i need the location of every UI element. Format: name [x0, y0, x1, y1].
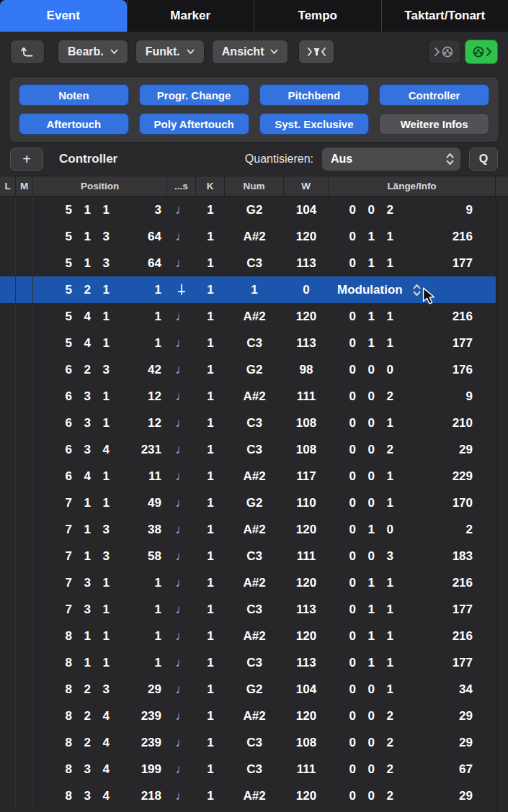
cell-value[interactable]: 104 [284, 682, 329, 697]
cell-length-info[interactable]: 0029 [329, 203, 496, 217]
header-status[interactable]: ...s [167, 176, 196, 196]
controller-name[interactable]: Modulation [337, 283, 403, 297]
table-row[interactable]: 71338♩1A#21200102 [0, 516, 496, 543]
header-l[interactable]: L [0, 176, 16, 196]
cell-m[interactable] [16, 436, 33, 463]
cell-value[interactable]: 98 [284, 363, 329, 377]
add-event-button[interactable]: + [10, 148, 43, 171]
cell-l[interactable] [0, 516, 16, 543]
cell-position[interactable]: 71338 [33, 523, 167, 537]
cell-l[interactable] [0, 649, 16, 676]
table-row[interactable]: 8111♩1C3113011177 [0, 649, 496, 676]
cell-m[interactable] [16, 490, 33, 516]
cell-channel[interactable]: 1 [196, 283, 225, 297]
cell-value[interactable]: 108 [284, 443, 329, 457]
cell-channel[interactable]: 1 [196, 789, 225, 803]
cell-position[interactable]: 64111 [33, 469, 167, 484]
cell-length-info[interactable]: 00267 [329, 762, 496, 777]
cell-position[interactable]: 5211 [33, 283, 167, 297]
filter-button-progr-change[interactable]: Progr. Change [139, 84, 249, 106]
cell-value[interactable]: 120 [284, 709, 329, 723]
header-num[interactable]: Num [225, 176, 284, 196]
cell-channel[interactable]: 1 [196, 549, 225, 564]
cell-length-info[interactable]: 011177 [329, 656, 496, 670]
cell-value[interactable]: 120 [284, 789, 329, 803]
cell-channel[interactable]: 1 [196, 310, 225, 324]
cell-value[interactable]: 110 [284, 496, 329, 510]
cell-position[interactable]: 5411 [33, 310, 167, 324]
cell-channel[interactable]: 1 [196, 469, 225, 484]
cell-m[interactable] [16, 463, 33, 490]
cell-m[interactable] [16, 782, 33, 809]
cell-length-info[interactable]: 011216 [329, 629, 496, 644]
table-row[interactable]: 71149♩1G2110001170 [0, 490, 496, 516]
cell-num[interactable]: A#2 [225, 310, 284, 324]
cell-l[interactable] [0, 276, 16, 303]
cell-channel[interactable]: 1 [196, 736, 225, 750]
cell-l[interactable] [0, 250, 16, 276]
tab-event[interactable]: Event [0, 0, 127, 32]
header-position[interactable]: Position [33, 176, 167, 196]
midi-in-button[interactable] [428, 40, 461, 64]
cell-num[interactable]: C3 [225, 443, 284, 457]
cell-num[interactable]: A#2 [225, 469, 284, 484]
functions-menu-button[interactable]: Funkt. [135, 40, 205, 64]
tab-marker[interactable]: Marker [127, 0, 254, 32]
cell-value[interactable]: 108 [284, 416, 329, 430]
cell-l[interactable] [0, 703, 16, 729]
view-menu-button[interactable]: Ansicht [212, 40, 289, 64]
cell-value[interactable]: 113 [284, 256, 329, 271]
table-row[interactable]: 5211110Modulation [0, 276, 496, 303]
table-row[interactable]: 7311♩1C3113011177 [0, 596, 496, 623]
cell-length-info[interactable]: 0029 [329, 389, 496, 404]
table-row[interactable]: 7311♩1A#2120011216 [0, 569, 496, 596]
cell-value[interactable]: 111 [284, 389, 329, 404]
table-row[interactable]: 82329♩1G210400134 [0, 676, 496, 703]
cell-l[interactable] [0, 756, 16, 782]
cell-m[interactable] [16, 729, 33, 756]
cell-channel[interactable]: 1 [196, 256, 225, 271]
cell-m[interactable] [16, 703, 33, 729]
cell-length-info[interactable]: 001170 [329, 496, 496, 510]
cell-l[interactable] [0, 463, 16, 490]
cell-num[interactable]: A#2 [225, 523, 284, 537]
cell-length-info[interactable]: Modulation [329, 283, 496, 297]
cell-channel[interactable]: 1 [196, 682, 225, 697]
cell-m[interactable] [16, 569, 33, 596]
cell-length-info[interactable]: 011216 [329, 576, 496, 590]
cell-l[interactable] [0, 729, 16, 756]
cell-channel[interactable]: 1 [196, 603, 225, 617]
cell-num[interactable]: A#2 [225, 230, 284, 244]
cell-num[interactable]: G2 [225, 682, 284, 697]
filter-button-noten[interactable]: Noten [19, 84, 129, 106]
cell-position[interactable]: 8111 [33, 629, 167, 644]
cell-length-info[interactable]: 011177 [329, 256, 496, 271]
cell-l[interactable] [0, 303, 16, 330]
cell-value[interactable]: 120 [284, 523, 329, 537]
cell-value[interactable]: 104 [284, 203, 329, 217]
table-row[interactable]: 51364♩1A#2120011216 [0, 223, 496, 250]
cell-channel[interactable]: 1 [196, 496, 225, 510]
cell-m[interactable] [16, 516, 33, 543]
cell-channel[interactable]: 1 [196, 443, 225, 457]
cell-length-info[interactable]: 001210 [329, 416, 496, 430]
cell-channel[interactable]: 1 [196, 576, 225, 590]
cell-m[interactable] [16, 596, 33, 623]
cell-num[interactable]: C3 [225, 762, 284, 777]
scrollbar-track[interactable] [496, 197, 508, 812]
cell-m[interactable] [16, 649, 33, 676]
cell-num[interactable]: G2 [225, 496, 284, 510]
cell-length-info[interactable]: 011216 [329, 310, 496, 324]
cell-position[interactable]: 824239 [33, 709, 167, 723]
cell-value[interactable]: 111 [284, 762, 329, 777]
cell-length-info[interactable]: 011177 [329, 603, 496, 617]
cell-num[interactable]: G2 [225, 363, 284, 377]
cell-channel[interactable]: 1 [196, 230, 225, 244]
cell-num[interactable]: 1 [225, 283, 284, 297]
table-row[interactable]: 62342♩1G298000176 [0, 356, 496, 383]
table-row[interactable]: 63112♩1A#21110029 [0, 383, 496, 410]
cell-channel[interactable]: 1 [196, 656, 225, 670]
edit-menu-button[interactable]: Bearb. [58, 40, 128, 64]
filter-button-pitchbend[interactable]: Pitchbend [259, 84, 370, 106]
cell-m[interactable] [16, 250, 33, 276]
